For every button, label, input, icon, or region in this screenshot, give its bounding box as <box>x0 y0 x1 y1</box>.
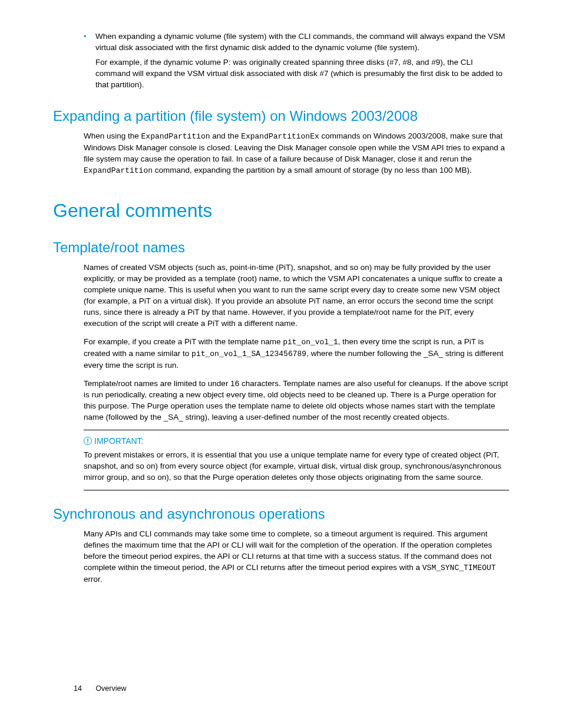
page: • When expanding a dynamic volume (file … <box>0 0 562 728</box>
paragraph-template-1: Names of created VSM objects (such as, p… <box>84 262 509 423</box>
bullet-block: • When expanding a dynamic volume (file … <box>84 31 509 90</box>
footer-section: Overview <box>95 684 126 693</box>
page-footer: 14 Overview <box>74 684 126 693</box>
bullet-item: • When expanding a dynamic volume (file … <box>84 31 509 53</box>
code: pit_on_vol_1_SA_123456789 <box>191 350 306 358</box>
divider <box>84 490 509 490</box>
text: command, expanding the partition by a sm… <box>153 166 472 174</box>
code: ExpandPartitionEx <box>241 132 319 141</box>
important-icon: ! <box>84 437 92 445</box>
text: For example, if you create a PiT with th… <box>84 337 283 346</box>
heading-template-root-names: Template/root names <box>53 239 509 256</box>
heading-sync-async: Synchronous and asynchronous operations <box>53 506 509 522</box>
text: and the <box>210 131 242 140</box>
paragraph-template-3: Template/root names are limited to under… <box>84 378 509 423</box>
paragraph-template-2: For example, if you create a PiT with th… <box>84 336 509 371</box>
code: ExpandPartition <box>84 166 153 175</box>
divider <box>84 430 509 430</box>
bullet-icon: • <box>84 31 95 53</box>
bullet-text: When expanding a dynamic volume (file sy… <box>95 31 509 53</box>
important-header: ! IMPORTANT: <box>84 436 509 446</box>
important-label: IMPORTANT: <box>94 436 144 446</box>
code: VSM_SYNC_TIMEOUT <box>422 564 496 572</box>
heading-expanding-partition: Expanding a partition (file system) on W… <box>53 108 509 124</box>
text: error. <box>84 575 103 584</box>
important-text: To prevent mistakes or errors, it is ess… <box>84 449 509 483</box>
bullet-sub-paragraph: For example, if the dynamic volume P: wa… <box>95 57 509 90</box>
text: When using the <box>84 131 141 140</box>
code: ExpandPartition <box>141 132 210 141</box>
heading-general-comments: General comments <box>53 200 509 222</box>
paragraph-sync: Many APIs and CLI commands may take some… <box>84 528 509 585</box>
paragraph-expanding: When using the ExpandPartition and the E… <box>84 130 509 176</box>
code: pit_on_vol_1 <box>283 338 338 347</box>
text: Names of created VSM objects (such as, p… <box>84 262 509 329</box>
page-number: 14 <box>74 684 82 693</box>
